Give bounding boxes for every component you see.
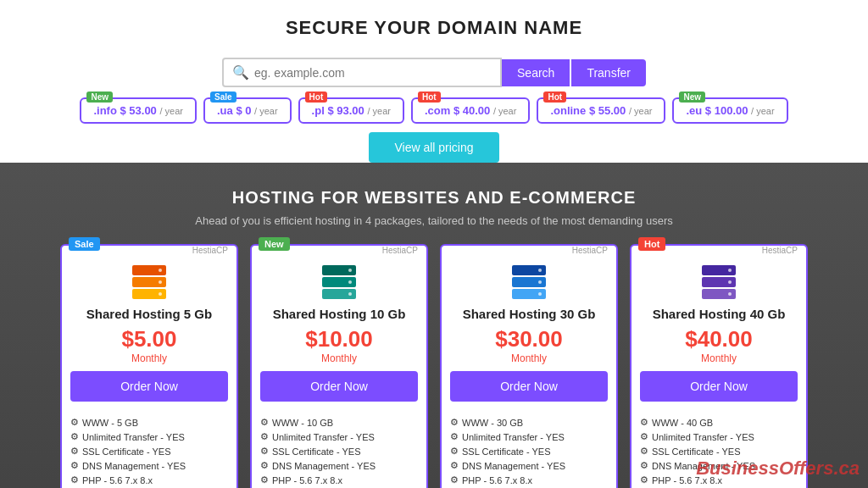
svg-point-23 (728, 292, 732, 296)
order-button[interactable]: Order Now (260, 371, 418, 402)
feature-list: ⚙WWW - 10 GB⚙Unlimited Transfer - YES⚙SS… (252, 410, 426, 488)
feature-item: ⚙WWW - 10 GB (260, 415, 418, 430)
feature-item: ⚙WWW - 5 GB (70, 415, 228, 430)
feature-icon: ⚙ (640, 446, 648, 457)
feature-icon: ⚙ (640, 417, 648, 428)
feature-icon: ⚙ (70, 446, 79, 457)
pill-tld: .info (93, 104, 116, 117)
hosting-card-1: New HestiaCP Shared Hosting 10 Gb $10.00… (250, 244, 428, 488)
svg-point-15 (538, 269, 542, 272)
domain-pill-2[interactable]: Hot .pl $ 93.00 / year (298, 97, 404, 124)
svg-point-3 (159, 269, 162, 272)
card-price: $5.00 (62, 326, 236, 352)
header: SECURE YOUR DOMAIN NAME (0, 0, 868, 47)
domain-pill-1[interactable]: Sale .ua $ 0 / year (203, 97, 292, 124)
pill-price: $ 40.00 (453, 104, 493, 117)
svg-point-11 (348, 292, 352, 296)
pill-badge: Hot (418, 92, 441, 103)
domain-pill-5[interactable]: New .eu $ 100.00 / year (672, 97, 787, 124)
card-price: $30.00 (442, 326, 616, 352)
hosting-card-3: Hot HestiaCP Shared Hosting 40 Gb $40.00… (630, 244, 808, 488)
feature-item: ⚙Unlimited Transfer - YES (70, 430, 228, 444)
svg-point-21 (728, 269, 732, 272)
feature-item: ⚙DNS Management - YES (260, 458, 418, 473)
feature-icon: ⚙ (70, 460, 79, 471)
hosting-section: HOSTING FOR WEBSITES AND E-COMMERCE Ahea… (0, 163, 868, 488)
view-all-button[interactable]: View all pricing (369, 132, 498, 163)
pill-tld: .online (550, 104, 586, 117)
feature-item: ⚙Unlimited Transfer - YES (260, 430, 418, 444)
feature-icon: ⚙ (260, 474, 269, 485)
feature-item: ⚙Unlimited Transfer - YES (450, 430, 608, 444)
card-monthly: Monthly (62, 352, 236, 364)
feature-icon: ⚙ (70, 417, 79, 428)
search-icon: 🔍 (232, 64, 249, 80)
feature-item: ⚙WWW - 30 GB (450, 415, 608, 430)
pill-price: $ 0 (236, 104, 254, 117)
feature-icon: ⚙ (640, 474, 648, 485)
feature-item: ⚙DNS Management - YES (640, 458, 798, 473)
feature-item: ⚙SSL Certificate - YES (260, 444, 418, 458)
svg-point-10 (348, 280, 352, 284)
card-image (632, 257, 806, 303)
card-monthly: Monthly (632, 352, 806, 364)
card-title: Shared Hosting 30 Gb (442, 303, 616, 323)
search-bar: 🔍 Search Transfer (222, 58, 646, 87)
pill-tld: .eu (686, 104, 702, 117)
card-image (442, 257, 616, 303)
pill-per-year: / year (493, 106, 517, 116)
svg-point-5 (159, 292, 162, 296)
hosting-cards: Sale HestiaCP Shared Hosting 5 Gb $5.00 … (17, 244, 851, 488)
order-button[interactable]: Order Now (640, 371, 798, 402)
order-button[interactable]: Order Now (70, 371, 228, 402)
feature-item: ⚙SSL Certificate - YES (450, 444, 608, 458)
pill-price: $ 100.00 (705, 104, 751, 117)
domain-pill-0[interactable]: New .info $ 53.00 / year (80, 97, 197, 124)
feature-icon: ⚙ (450, 417, 459, 428)
hosting-subtitle: Ahead of you is efficient hosting in 4 p… (17, 214, 851, 227)
svg-point-22 (728, 280, 732, 284)
hosting-card-2: HestiaCP Shared Hosting 30 Gb $30.00 Mon… (440, 244, 618, 488)
card-price: $10.00 (252, 326, 426, 352)
feature-list: ⚙WWW - 30 GB⚙Unlimited Transfer - YES⚙SS… (442, 410, 616, 488)
feature-item: ⚙PHP - 5.6 7.x 8.x (450, 473, 608, 487)
pill-per-year: / year (751, 106, 775, 116)
pill-per-year: / year (629, 106, 653, 116)
pill-badge: New (86, 92, 113, 103)
svg-point-16 (538, 280, 542, 284)
feature-item: ⚙PHP - 5.6 7.x 8.x (640, 473, 798, 487)
feature-item: ⚙WWW - 40 GB (640, 415, 798, 430)
hosting-title: HOSTING FOR WEBSITES AND E-COMMERCE (17, 188, 851, 208)
svg-point-4 (159, 280, 162, 284)
feature-icon: ⚙ (450, 431, 459, 442)
feature-item: ⚙DNS Management - YES (450, 458, 608, 473)
feature-icon: ⚙ (70, 474, 79, 485)
search-button[interactable]: Search (502, 59, 570, 86)
feature-icon: ⚙ (640, 431, 648, 442)
pill-badge: Hot (305, 92, 328, 103)
page-title: SECURE YOUR DOMAIN NAME (8, 17, 860, 39)
pill-tld: .ua (217, 104, 233, 117)
card-monthly: Monthly (252, 352, 426, 364)
feature-icon: ⚙ (260, 431, 269, 442)
feature-icon: ⚙ (450, 474, 459, 485)
feature-icon: ⚙ (640, 460, 648, 471)
transfer-button[interactable]: Transfer (571, 59, 646, 86)
feature-list: ⚙WWW - 40 GB⚙Unlimited Transfer - YES⚙SS… (632, 410, 806, 488)
order-button[interactable]: Order Now (450, 371, 608, 402)
pill-badge: New (679, 92, 705, 103)
card-brand: HestiaCP (442, 246, 616, 255)
domain-pill-4[interactable]: Hot .online $ 55.00 / year (537, 97, 665, 124)
card-title: Shared Hosting 10 Gb (252, 303, 426, 323)
feature-icon: ⚙ (450, 446, 459, 457)
feature-icon: ⚙ (70, 431, 79, 442)
feature-icon: ⚙ (450, 460, 459, 471)
feature-item: ⚙Unlimited Transfer - YES (640, 430, 798, 444)
pill-tld: .com (425, 104, 450, 117)
search-input-wrap: 🔍 (222, 58, 502, 87)
search-input[interactable] (254, 66, 492, 80)
svg-point-9 (348, 269, 352, 272)
card-badge: Sale (69, 237, 100, 251)
domain-pill-3[interactable]: Hot .com $ 40.00 / year (411, 97, 530, 124)
view-all-wrap: View all pricing (0, 132, 868, 163)
